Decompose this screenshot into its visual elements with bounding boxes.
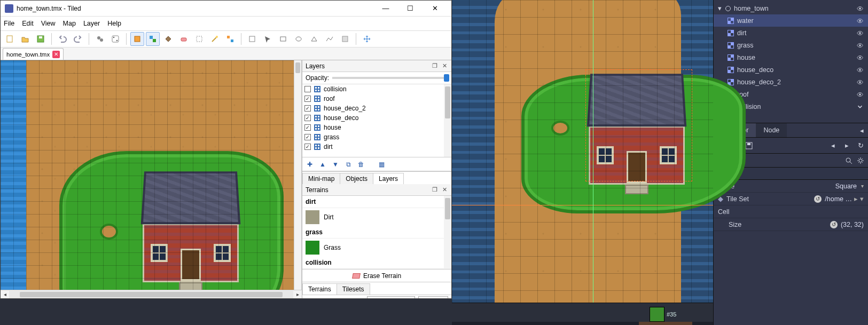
visibility-toggle[interactable] bbox=[855, 90, 865, 99]
search-icon[interactable] bbox=[844, 156, 853, 165]
save-file-button[interactable] bbox=[34, 32, 48, 46]
layer-row[interactable]: collision bbox=[302, 84, 451, 94]
visibility-toggle[interactable] bbox=[855, 53, 865, 62]
visibility-toggle[interactable] bbox=[855, 28, 865, 38]
godot-viewport[interactable]: #35 bbox=[452, 0, 713, 325]
terrain-brush-button[interactable] bbox=[146, 32, 160, 46]
new-layer-button[interactable]: ✚ bbox=[304, 159, 315, 170]
layer-visibility-checkbox[interactable]: ✓ bbox=[304, 96, 311, 102]
tab-node[interactable]: Node bbox=[756, 123, 787, 137]
scene-node[interactable]: grass bbox=[714, 39, 868, 51]
magic-wand-button[interactable] bbox=[208, 32, 222, 46]
terrain-item[interactable]: Grass bbox=[302, 239, 451, 257]
visibility-toggle[interactable] bbox=[855, 16, 865, 26]
insert-ellipse-button[interactable] bbox=[292, 32, 306, 46]
new-file-button[interactable] bbox=[3, 32, 17, 46]
opacity-slider[interactable] bbox=[332, 77, 448, 79]
revert-icon[interactable]: ↺ bbox=[830, 221, 838, 228]
layer-row[interactable]: ✓house_deco bbox=[302, 113, 451, 123]
minimize-button[interactable]: — bbox=[373, 1, 398, 17]
prop-tileset-value[interactable]: /home …▸▾ bbox=[825, 195, 864, 203]
tab-objects[interactable]: Objects bbox=[340, 173, 373, 184]
duplicate-layer-button[interactable]: ⧉ bbox=[343, 159, 354, 170]
scene-root[interactable]: ▾ home_town bbox=[714, 2, 868, 14]
document-tab[interactable]: home_town.tmx ✕ bbox=[3, 48, 64, 60]
panel-undock-icon[interactable]: ❐ bbox=[431, 62, 439, 70]
open-file-button[interactable] bbox=[18, 32, 32, 46]
menu-layer[interactable]: Layer bbox=[83, 20, 100, 27]
prop-tileset[interactable]: ◆ Tile Set ↺ /home …▸▾ bbox=[714, 193, 868, 205]
terrain-group[interactable]: dirt bbox=[302, 196, 451, 208]
close-button[interactable]: ✕ bbox=[423, 1, 447, 17]
maximize-button[interactable]: ☐ bbox=[398, 1, 423, 17]
layer-visibility-checkbox[interactable]: ✓ bbox=[304, 105, 311, 112]
terrain-group[interactable]: grass bbox=[302, 226, 451, 239]
history-fwd-icon[interactable]: ▸ bbox=[842, 141, 851, 150]
tab-terrains[interactable]: Terrains bbox=[302, 283, 337, 295]
layer-row[interactable]: ✓house_deco_2 bbox=[302, 104, 451, 113]
insert-tile-button[interactable] bbox=[338, 32, 352, 46]
scene-node[interactable]: dirt bbox=[714, 27, 868, 39]
menu-view[interactable]: View bbox=[41, 20, 56, 27]
scene-node[interactable]: house_deco_2 bbox=[714, 76, 868, 88]
object-edit-button[interactable] bbox=[261, 32, 275, 46]
visibility-toggle[interactable] bbox=[855, 41, 865, 50]
redo-button[interactable] bbox=[71, 32, 85, 46]
scene-node[interactable]: water bbox=[714, 14, 868, 27]
history-back-icon[interactable]: ◂ bbox=[828, 141, 837, 150]
visibility-toggle[interactable] bbox=[855, 77, 865, 87]
random-button[interactable] bbox=[108, 32, 122, 46]
stamp-tool-button[interactable] bbox=[130, 32, 144, 46]
prop-mode-value[interactable]: Square bbox=[835, 183, 864, 190]
tab-tilesets[interactable]: Tilesets bbox=[337, 283, 370, 295]
tab-layers[interactable]: Layers bbox=[373, 173, 404, 184]
panel-close-icon[interactable]: ✕ bbox=[441, 62, 448, 70]
layer-visibility-checkbox[interactable]: ✓ bbox=[304, 144, 311, 150]
visibility-toggle[interactable] bbox=[855, 102, 865, 112]
visibility-toggle[interactable] bbox=[855, 4, 865, 13]
object-select-button[interactable] bbox=[245, 32, 259, 46]
panel-close-icon[interactable]: ✕ bbox=[441, 186, 448, 194]
prop-size[interactable]: Size ↺ (32, 32) bbox=[714, 218, 868, 231]
layer-row[interactable]: ✓house bbox=[302, 123, 451, 132]
tileset-select[interactable]: water bbox=[367, 296, 415, 299]
layer-list[interactable]: collision✓roof✓house_deco_2✓house_deco✓h… bbox=[302, 84, 451, 157]
zoom-select[interactable]: 100 % bbox=[418, 296, 448, 299]
revert-icon[interactable]: ↺ bbox=[814, 195, 822, 203]
gear-icon[interactable] bbox=[856, 156, 865, 165]
dock-toggle-icon[interactable]: ◂ bbox=[855, 123, 868, 137]
fill-tool-button[interactable] bbox=[161, 32, 175, 46]
layer-row[interactable]: ✓dirt bbox=[302, 142, 451, 152]
horizontal-scrollbar[interactable]: ◂▸ bbox=[1, 290, 302, 298]
eraser-tool-button[interactable] bbox=[177, 32, 191, 46]
menu-help[interactable]: Help bbox=[107, 20, 121, 27]
erase-terrain-button[interactable]: Erase Terrain bbox=[302, 269, 451, 282]
layer-up-button[interactable]: ▲ bbox=[317, 159, 328, 170]
tab-minimap[interactable]: Mini-map bbox=[302, 173, 340, 184]
terrain-list[interactable]: dirtDirtgrassGrasscollision bbox=[302, 196, 451, 269]
history-icon[interactable]: ↻ bbox=[856, 141, 865, 150]
map-canvas[interactable] bbox=[1, 60, 302, 290]
layer-visibility-checkbox[interactable]: ✓ bbox=[304, 124, 311, 131]
show-other-button[interactable]: ▦ bbox=[376, 159, 387, 170]
layer-row[interactable]: ✓roof bbox=[302, 94, 451, 104]
prop-size-value[interactable]: (32, 32) bbox=[841, 221, 864, 228]
tile-swatch[interactable] bbox=[650, 307, 664, 322]
panel-undock-icon[interactable]: ❐ bbox=[431, 186, 439, 194]
save-resource-icon[interactable] bbox=[745, 141, 753, 150]
menu-edit[interactable]: Edit bbox=[22, 20, 34, 27]
layer-visibility-checkbox[interactable] bbox=[304, 86, 311, 92]
menu-file[interactable]: File bbox=[4, 20, 14, 27]
insert-polygon-button[interactable] bbox=[307, 32, 321, 46]
menu-map[interactable]: Map bbox=[63, 20, 76, 27]
rect-select-button[interactable] bbox=[192, 32, 206, 46]
collapse-icon[interactable]: ▾ bbox=[717, 4, 722, 12]
prop-cell[interactable]: Cell bbox=[714, 205, 868, 218]
layer-visibility-checkbox[interactable]: ✓ bbox=[304, 134, 311, 140]
scene-node[interactable]: house_deco bbox=[714, 64, 868, 76]
terrain-group[interactable]: collision bbox=[302, 257, 451, 269]
vertical-scrollbar[interactable] bbox=[294, 60, 301, 290]
insert-polyline-button[interactable] bbox=[323, 32, 337, 46]
terrain-scrollbar[interactable] bbox=[444, 196, 451, 269]
scene-node[interactable]: house bbox=[714, 51, 868, 64]
